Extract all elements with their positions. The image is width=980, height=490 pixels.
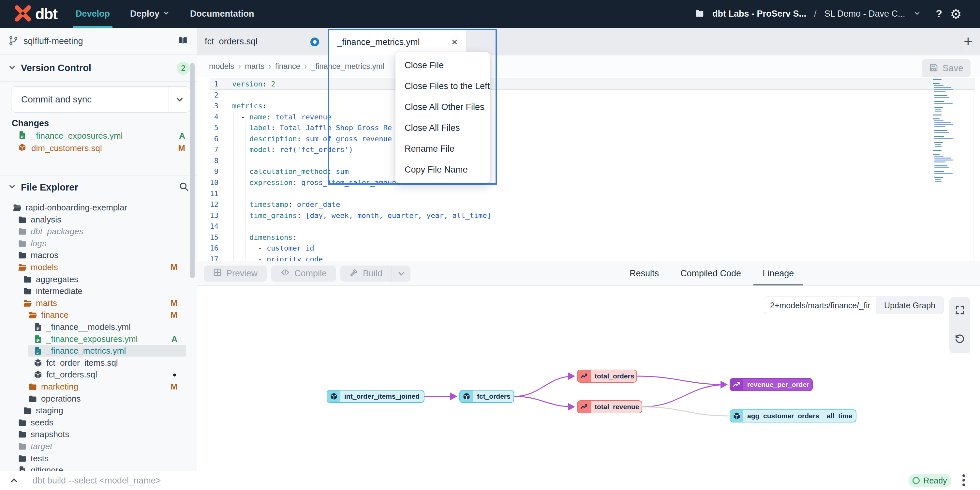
lineage-node-total_orders[interactable]: total_orders bbox=[577, 370, 637, 383]
save-button[interactable]: Save bbox=[922, 59, 970, 77]
file-name: fct_order_items.sql bbox=[46, 357, 118, 369]
file-tree-item[interactable]: rapid-onboarding-exemplar bbox=[0, 202, 197, 214]
file-tree-item[interactable]: _finance__models.yml bbox=[0, 321, 197, 333]
compile-button[interactable]: Compile bbox=[271, 265, 336, 281]
docs-book-icon[interactable] bbox=[177, 35, 188, 47]
menu-item-close-files-to-the-left[interactable]: Close Files to the Left bbox=[395, 76, 490, 97]
version-control-header[interactable]: Version Control 2 bbox=[0, 55, 197, 81]
toolbar-buttons: PreviewCompileBuild bbox=[204, 265, 410, 281]
file-tree-item[interactable]: gitignore bbox=[0, 464, 197, 471]
folder-icon bbox=[28, 382, 38, 393]
git-status-badge: M bbox=[170, 261, 177, 273]
lineage-node-revenue_per_order[interactable]: revenue_per_order bbox=[730, 378, 813, 391]
lineage-node-int_order_items_joined[interactable]: int_order_items_joined bbox=[327, 390, 425, 403]
sidebar-scrollbar[interactable] bbox=[190, 63, 195, 278]
line-number: 13 bbox=[197, 210, 218, 221]
lineage-node-total_revenue[interactable]: total_revenue bbox=[577, 400, 642, 413]
file-tree-item[interactable]: fct_orders.sql bbox=[0, 369, 197, 381]
file-tree-item[interactable]: _finance_metrics.yml bbox=[0, 345, 197, 357]
file-tree-item[interactable]: fct_order_items.sql bbox=[0, 357, 197, 369]
change-file-name: dim_customers.sql bbox=[31, 143, 102, 153]
breadcrumb-item[interactable]: models bbox=[209, 62, 234, 71]
file-tree-item[interactable]: marketingM bbox=[0, 381, 197, 393]
build-options-chevron[interactable] bbox=[391, 265, 410, 281]
file-tree-item[interactable]: tests bbox=[0, 452, 197, 464]
file-tree-item[interactable]: macros bbox=[0, 249, 197, 261]
node-label: total_revenue bbox=[591, 401, 642, 413]
file-tree-item[interactable]: logs bbox=[0, 238, 197, 249]
breadcrumb-item[interactable]: finance bbox=[275, 62, 300, 71]
file-tree-item[interactable]: analysis bbox=[0, 214, 197, 226]
tab-lineage[interactable]: Lineage bbox=[762, 261, 794, 286]
file-tree-item[interactable]: _finance_exposures.ymlA bbox=[0, 333, 197, 345]
nav-deploy[interactable]: Deploy bbox=[130, 0, 170, 28]
tab-context-menu: Close FileClose Files to the LeftClose A… bbox=[395, 52, 490, 183]
file-tree-item[interactable]: target bbox=[0, 441, 197, 452]
status-badge[interactable]: Ready bbox=[908, 474, 951, 487]
file-tree-item[interactable]: snapshots bbox=[0, 428, 197, 441]
file-explorer-header[interactable]: File Explorer bbox=[0, 176, 197, 199]
file-name: _finance__models.yml bbox=[46, 321, 131, 333]
tab-finance-metrics[interactable]: _finance_metrics.yml × bbox=[329, 29, 466, 56]
file-tree-item[interactable]: aggregates bbox=[0, 273, 197, 286]
fullscreen-icon[interactable] bbox=[949, 300, 970, 321]
dbt-logo[interactable]: dbt bbox=[14, 0, 57, 28]
reset-view-icon[interactable] bbox=[949, 329, 970, 350]
file-icon bbox=[33, 322, 43, 333]
close-tab-icon[interactable]: × bbox=[451, 29, 458, 56]
change-item[interactable]: dim_customers.sqlM bbox=[0, 142, 197, 154]
unsaved-changes-dot bbox=[310, 38, 319, 46]
new-tab-button[interactable]: + bbox=[964, 28, 972, 56]
chevron-down-icon bbox=[8, 63, 16, 73]
change-item[interactable]: _finance_exposures.ymlA bbox=[0, 129, 197, 142]
top-navbar: dbt Develop Deploy Documentation dbt Lab… bbox=[0, 0, 980, 28]
menu-item-rename-file[interactable]: Rename File bbox=[395, 138, 490, 159]
chevron-down-icon[interactable] bbox=[913, 10, 921, 19]
command-input[interactable]: dbt build --select <model_name> bbox=[33, 471, 161, 490]
file-tree-item[interactable]: staging bbox=[0, 405, 197, 417]
tabbar-divider bbox=[961, 31, 961, 52]
preview-button[interactable]: Preview bbox=[204, 265, 267, 281]
file-tree-item[interactable]: martsM bbox=[0, 297, 197, 309]
git-branch-row[interactable]: sqlfluff-meeting bbox=[0, 28, 197, 55]
breadcrumb-item[interactable]: marts bbox=[245, 62, 264, 71]
tab-results[interactable]: Results bbox=[630, 261, 659, 286]
editor-minimap[interactable] bbox=[933, 79, 956, 190]
expand-panel-chevron-icon[interactable] bbox=[9, 476, 19, 486]
lineage-selector-input[interactable] bbox=[764, 297, 876, 314]
tab-compiled-code[interactable]: Compiled Code bbox=[680, 261, 741, 286]
menu-item-close-all-files[interactable]: Close All Files bbox=[395, 117, 490, 138]
menu-item-close-all-other-files[interactable]: Close All Other Files bbox=[395, 97, 490, 117]
search-icon[interactable] bbox=[179, 181, 189, 193]
menu-item-close-file[interactable]: Close File bbox=[395, 55, 490, 76]
lineage-node-fct_orders[interactable]: fct_orders bbox=[459, 390, 514, 403]
project-name[interactable]: SL Demo - Dave C... bbox=[824, 9, 905, 19]
account-name[interactable]: dbt Labs - ProServ S... bbox=[712, 9, 806, 19]
commit-options-chevron[interactable] bbox=[169, 87, 190, 112]
file-tree-item[interactable]: dbt_packages bbox=[0, 225, 197, 238]
nav-develop[interactable]: Develop bbox=[76, 0, 110, 28]
tab-fct-orders[interactable]: fct_orders.sql bbox=[205, 28, 258, 56]
build-button[interactable]: Build bbox=[340, 265, 391, 281]
gear-icon[interactable]: ⚙ bbox=[950, 6, 962, 22]
file-tree-item[interactable]: seeds bbox=[0, 417, 197, 429]
code-line: calculation_method: sum bbox=[232, 166, 349, 177]
file-tree-item[interactable]: modelsM bbox=[0, 261, 197, 273]
lineage-node-agg_customer_orders__all_time[interactable]: agg_customer_orders__all_time bbox=[730, 409, 856, 423]
commit-and-sync-button[interactable]: Commit and sync bbox=[11, 86, 190, 113]
branch-name: sqlfluff-meeting bbox=[24, 36, 83, 46]
nav-documentation[interactable]: Documentation bbox=[190, 0, 254, 28]
file-name: rapid-onboarding-exemplar bbox=[25, 202, 127, 214]
code-line: model: ref('fct_orders') bbox=[232, 144, 353, 155]
dbt-logo-icon bbox=[14, 4, 32, 24]
kebab-menu-icon[interactable] bbox=[963, 474, 965, 486]
grid-icon bbox=[213, 268, 222, 279]
file-tree-item[interactable]: intermediate bbox=[0, 285, 197, 297]
code-editor[interactable]: 1234567891011121314151617 version: 2metr… bbox=[197, 77, 980, 261]
file-tree-item[interactable]: operations bbox=[0, 393, 197, 405]
breadcrumb-item[interactable]: _finance_metrics.yml bbox=[311, 62, 384, 71]
help-icon[interactable]: ? bbox=[936, 8, 942, 20]
file-tree-item[interactable]: financeM bbox=[0, 309, 197, 321]
menu-item-copy-file-name[interactable]: Copy File Name bbox=[395, 159, 490, 180]
update-graph-button[interactable]: Update Graph bbox=[876, 297, 943, 314]
